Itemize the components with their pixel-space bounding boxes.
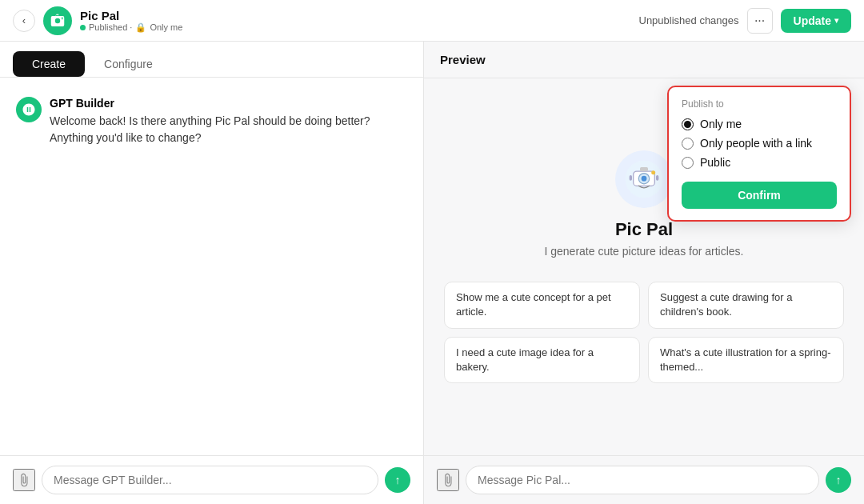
app-title: Pic Pal: [80, 9, 182, 22]
publish-option-only-me[interactable]: Only me: [682, 118, 837, 130]
app-subtitle: Published · 🔒 Only me: [80, 22, 182, 33]
chat-area: GPT Builder Welcome back! Is there anyth…: [0, 78, 423, 455]
app-avatar: [43, 6, 72, 35]
svg-point-3: [642, 176, 647, 182]
back-icon: ‹: [22, 14, 26, 26]
right-send-icon: ↑: [836, 474, 842, 486]
suggestion-chip-3[interactable]: What's a cute illustration for a spring-…: [648, 337, 844, 383]
right-send-button[interactable]: ↑: [826, 467, 851, 493]
confirm-button[interactable]: Confirm: [682, 182, 837, 209]
left-send-icon: ↑: [395, 474, 401, 486]
back-button[interactable]: ‹: [13, 10, 35, 32]
update-button[interactable]: Update ▾: [781, 9, 851, 33]
app-visibility-icon: 🔒: [135, 22, 146, 33]
app-info: Pic Pal Published · 🔒 Only me: [80, 9, 182, 33]
right-panel: Preview Pic Pal I generate cute pictur: [424, 42, 864, 504]
left-attach-button[interactable]: [13, 469, 35, 491]
update-chevron: ▾: [834, 16, 838, 25]
unpublished-label: Unpublished changes: [639, 14, 739, 26]
more-button[interactable]: ···: [747, 8, 773, 34]
radio-link[interactable]: [682, 138, 694, 150]
tab-row: Create Configure: [0, 42, 423, 78]
preview-bot-name: Pic Pal: [615, 219, 673, 240]
suggestion-chip-0[interactable]: Show me a cute concept for a pet article…: [444, 282, 640, 328]
right-attach-button[interactable]: [437, 469, 459, 491]
builder-name: GPT Builder: [50, 97, 407, 110]
right-input-row: ↑: [424, 455, 864, 504]
more-icon: ···: [754, 14, 765, 28]
tab-configure[interactable]: Configure: [85, 51, 172, 77]
builder-icon: [22, 102, 36, 117]
builder-bubble: GPT Builder Welcome back! Is there anyth…: [50, 97, 407, 146]
radio-only-me[interactable]: [682, 118, 694, 130]
suggestion-chip-2[interactable]: I need a cute image idea for a bakery.: [444, 337, 640, 383]
svg-rect-7: [656, 175, 658, 181]
left-message-input[interactable]: [42, 466, 378, 494]
preview-bot-description: I generate cute picture ideas for articl…: [544, 245, 743, 258]
right-message-input[interactable]: [466, 466, 819, 494]
only-me-label: Only me: [700, 118, 742, 130]
top-bar: ‹ Pic Pal Published · 🔒 Only me Unpublis…: [0, 0, 864, 42]
tab-create[interactable]: Create: [13, 51, 85, 77]
suggestion-grid: Show me a cute concept for a pet article…: [444, 282, 844, 383]
public-label: Public: [700, 156, 730, 169]
publish-option-public[interactable]: Public: [682, 156, 837, 169]
update-label: Update: [794, 14, 831, 27]
app-visibility-text: Only me: [150, 22, 182, 32]
right-attach-icon: [441, 473, 455, 487]
gpt-builder-message: GPT Builder Welcome back! Is there anyth…: [16, 97, 407, 146]
svg-point-5: [651, 170, 655, 174]
svg-rect-6: [630, 175, 632, 181]
left-send-button[interactable]: ↑: [385, 467, 410, 493]
left-panel: Create Configure GPT Builder Welcome bac…: [0, 42, 424, 504]
publish-popup: Publish to Only me Only people with a li…: [667, 86, 851, 222]
top-bar-left: ‹ Pic Pal Published · 🔒 Only me: [13, 6, 182, 35]
top-bar-right: Unpublished changes ··· Update ▾: [639, 8, 852, 34]
svg-rect-4: [640, 167, 648, 171]
publish-popup-title: Publish to: [682, 98, 837, 110]
preview-header: Preview: [424, 42, 864, 78]
builder-text: Welcome back! Is there anything Pic Pal …: [50, 113, 407, 146]
builder-avatar: [16, 97, 42, 122]
link-label: Only people with a link: [700, 137, 812, 150]
main-layout: Create Configure GPT Builder Welcome bac…: [0, 42, 864, 504]
preview-label: Preview: [440, 53, 486, 66]
left-input-row: ↑: [0, 455, 423, 504]
app-subtitle-text: Published ·: [89, 22, 132, 32]
camera-icon: [49, 12, 66, 30]
suggestion-chip-1[interactable]: Suggest a cute drawing for a children's …: [648, 282, 844, 328]
bot-avatar-icon: [624, 159, 664, 199]
preview-bot-icon: [615, 150, 673, 208]
published-dot: [80, 25, 86, 30]
publish-option-link[interactable]: Only people with a link: [682, 137, 837, 150]
left-attach-icon: [17, 473, 31, 487]
radio-public[interactable]: [682, 157, 694, 169]
